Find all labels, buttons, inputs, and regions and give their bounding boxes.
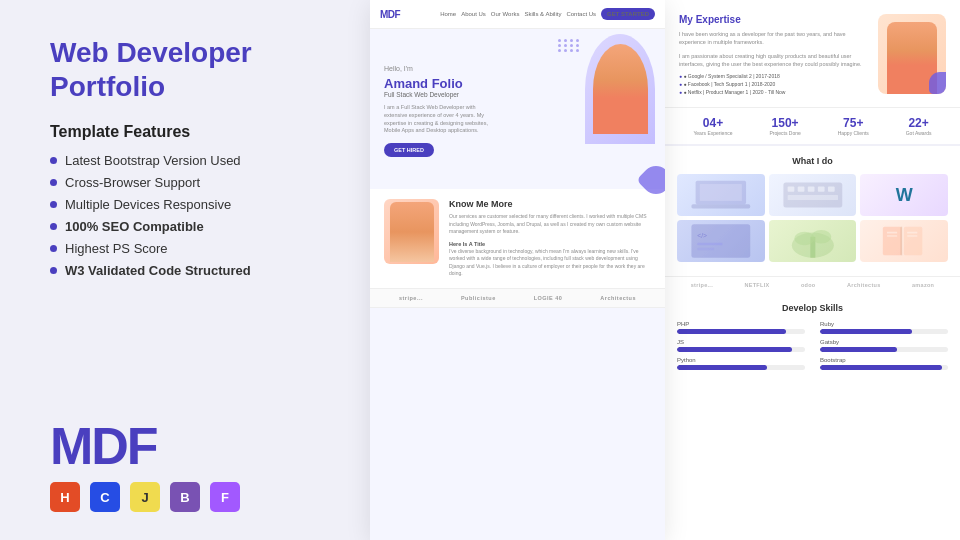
right-brand-arch: Architectus <box>847 282 881 288</box>
skill-gatsby-name: Gatsby <box>820 339 948 345</box>
stat-proj-num: 150+ <box>769 116 800 130</box>
portfolio-grid: W </> <box>677 174 948 262</box>
portfolio-keyboard <box>769 174 857 216</box>
list-item: Highest PS Score <box>50 241 330 256</box>
right-brand-stripe: stripe... <box>691 282 713 288</box>
skill-ruby-bar <box>820 329 948 334</box>
tech-icons: H C J B F <box>50 482 330 512</box>
svg-rect-22 <box>887 235 897 237</box>
portfolio-plant <box>769 220 857 262</box>
know-me-desc2: I've diverse background in technology, w… <box>449 248 651 278</box>
nav-skills[interactable]: Skills & Ability <box>524 11 561 17</box>
logo-area: MDF H C J B F <box>50 420 330 512</box>
features-section: Template Features Latest Bootstrap Versi… <box>50 123 330 278</box>
stat-clients: 75+ Happy Clients <box>838 116 869 136</box>
nav-about[interactable]: About Us <box>461 11 486 17</box>
portfolio-code: </> <box>677 220 765 262</box>
svg-rect-7 <box>818 187 825 192</box>
stat-experience: 04+ Years Experience <box>693 116 732 136</box>
middle-panel: MDF Home About Us Our Works Skills & Abi… <box>370 0 665 540</box>
right-brand-odoo: odoo <box>801 282 816 288</box>
figma-icon: F <box>210 482 240 512</box>
brands-row: stripe... NETFLIX odoo Architectus amazo… <box>665 276 960 293</box>
hero-dots-decor <box>558 39 580 52</box>
exp-item-facebook: ● ● Facebook | Tech Support 1 | 2018-202… <box>679 81 868 87</box>
skill-js: JS <box>677 339 805 352</box>
skill-bootstrap-name: Bootstrap <box>820 357 948 363</box>
portfolio-laptop <box>677 174 765 216</box>
skill-python-bar <box>677 365 805 370</box>
nav-contact[interactable]: Contact Us <box>566 11 596 17</box>
device-nav: MDF Home About Us Our Works Skills & Abi… <box>370 0 665 29</box>
know-me-desc1: Our services are customer selected for m… <box>449 213 651 236</box>
know-me-subtitle: Here Is A Title <box>449 240 651 248</box>
nav-cta-button[interactable]: GET STARTED <box>601 8 655 20</box>
know-me-section: Know Me More Our services are customer s… <box>370 189 665 288</box>
css-icon: C <box>90 482 120 512</box>
list-item: 100% SEO Compatible <box>50 219 330 234</box>
hero-person-image <box>585 34 655 144</box>
expertise-desc: I have been working as a developer for t… <box>679 30 868 47</box>
exp-blob-decor <box>929 72 946 94</box>
right-brand-netflix: NETFLIX <box>744 282 769 288</box>
skill-php-name: PHP <box>677 321 805 327</box>
device-brands: stripe... Publicistue LOGIE 40 Architect… <box>370 288 665 308</box>
skill-bootstrap-fill <box>820 365 942 370</box>
portfolio-book <box>860 220 948 262</box>
features-list: Latest Bootstrap Version Used Cross-Brow… <box>50 153 330 278</box>
what-i-do-title: What I do <box>677 156 948 166</box>
svg-rect-10 <box>691 224 750 258</box>
skill-bootstrap-bar <box>820 365 948 370</box>
brand-arch: Architectus <box>600 295 636 301</box>
skill-python-name: Python <box>677 357 805 363</box>
skills-grid: PHP Ruby JS Gatsby <box>677 321 948 370</box>
hero-desc: I am a Full Stack Web Developer with ext… <box>384 104 494 135</box>
expertise-text: My Expertise I have been working as a de… <box>679 14 868 97</box>
skill-bootstrap: Bootstrap <box>820 357 948 370</box>
svg-rect-23 <box>908 232 918 234</box>
device-hero: Hello, I'm Amand Folio Full Stack Web De… <box>370 29 665 189</box>
skill-gatsby: Gatsby <box>820 339 948 352</box>
left-panel: Web Developer Portfolio Template Feature… <box>0 0 370 540</box>
expertise-person-image <box>878 14 946 94</box>
right-brand-amazon: amazon <box>912 282 934 288</box>
skill-js-fill <box>677 347 792 352</box>
list-item: Latest Bootstrap Version Used <box>50 153 330 168</box>
svg-rect-8 <box>828 187 835 192</box>
stat-awards: 22+ Got Awards <box>906 116 932 136</box>
exp-item-google: ● ● Google / System Specialist 2 | 2017-… <box>679 73 868 79</box>
skill-ruby-fill <box>820 329 912 334</box>
bootstrap-icon: B <box>170 482 200 512</box>
hero-cta-button[interactable]: GET HIRED <box>384 143 434 157</box>
know-me-title: Know Me More <box>449 199 651 209</box>
nav-works[interactable]: Our Works <box>491 11 520 17</box>
stat-exp-label: Years Experience <box>693 130 732 136</box>
skill-ruby: Ruby <box>820 321 948 334</box>
stat-awards-label: Got Awards <box>906 130 932 136</box>
brand-logie: LOGIE 40 <box>534 295 563 301</box>
person-figure <box>593 44 648 134</box>
nav-home[interactable]: Home <box>440 11 456 17</box>
svg-rect-13 <box>697 248 714 251</box>
device-nav-links: Home About Us Our Works Skills & Ability… <box>440 8 655 20</box>
svg-rect-9 <box>787 195 837 200</box>
svg-rect-19 <box>904 227 922 256</box>
js-icon: J <box>130 482 160 512</box>
brand-stripe: stripe... <box>399 295 423 301</box>
expertise-items: ● ● Google / System Specialist 2 | 2017-… <box>679 73 868 95</box>
skill-php-fill <box>677 329 786 334</box>
skills-title: Develop Skills <box>677 303 948 313</box>
list-item: Cross-Browser Support <box>50 175 330 190</box>
expertise-title: My Expertise <box>679 14 868 25</box>
mdf-logo: MDF <box>50 420 330 472</box>
skill-ruby-name: Ruby <box>820 321 948 327</box>
wordpress-icon: W <box>896 185 913 206</box>
know-me-image <box>384 199 439 264</box>
brand-pub: Publicistue <box>461 295 496 301</box>
skill-python-fill <box>677 365 767 370</box>
svg-rect-24 <box>908 235 918 237</box>
stat-clients-label: Happy Clients <box>838 130 869 136</box>
know-person-figure <box>390 202 434 262</box>
svg-rect-18 <box>883 227 901 256</box>
stat-exp-num: 04+ <box>693 116 732 130</box>
